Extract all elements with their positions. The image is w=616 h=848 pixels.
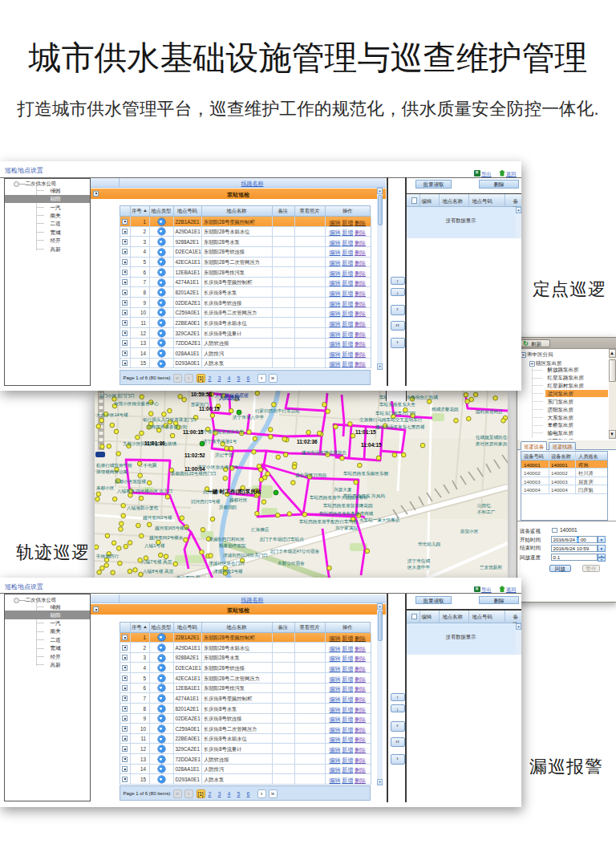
svg-text:车站东路泵东大全: 车站东路泵东大全 xyxy=(379,402,415,408)
svg-text:旧河西行5号楼: 旧河西行5号楼 xyxy=(191,499,221,505)
svg-text:珠理楼商务公寓: 珠理楼商务公寓 xyxy=(96,469,128,474)
svg-text:车站东门检车行门口: 车站东门检车行门口 xyxy=(375,411,415,416)
svg-text:济宁市任城: 济宁市任城 xyxy=(407,558,430,564)
svg-text:不和工厂: 不和工厂 xyxy=(477,509,496,514)
svg-text:前贸小区: 前贸小区 xyxy=(460,529,479,534)
svg-text:招商西宾客参观行街: 招商西宾客参观行街 xyxy=(146,424,188,430)
svg-text:济宁医学实验1号: 济宁医学实验1号 xyxy=(203,439,237,444)
svg-text:八铺村区29号楼小区 出入口: 八铺村区29号楼小区 出入口 xyxy=(117,489,172,494)
svg-text:黄社区居民委员会卫生室: 黄社区居民委员会卫生室 xyxy=(475,441,508,447)
svg-text:兴宁家属院: 兴宁家属院 xyxy=(335,525,358,531)
svg-text:建设电话泵西北货花仓: 建设电话泵西北货花仓 xyxy=(301,450,346,456)
svg-text:洪都消防: 洪都消防 xyxy=(219,505,237,510)
svg-text:11:02:36: 11:02:36 xyxy=(297,439,318,444)
svg-text:津浦社区医会门口: 津浦社区医会门口 xyxy=(209,561,245,566)
svg-text:盛会家居日用品: 盛会家居日用品 xyxy=(295,473,327,478)
svg-text:北门子市场北47公司宿舍: 北门子市场北47公司宿舍 xyxy=(270,549,320,554)
svg-text:济宁医学院泵测所专空: 济宁医学院泵测所专空 xyxy=(199,429,244,435)
svg-text:行家归西街中行车总站: 行家归西街中行车总站 xyxy=(255,408,300,414)
svg-text:洪记干警: 洪记干警 xyxy=(215,452,233,458)
svg-text:残城济黎花园: 残城济黎花园 xyxy=(432,407,459,412)
svg-text:八铺7号楼 高层: 八铺7号楼 高层 xyxy=(141,559,172,565)
svg-text:越河泵回5号楼水: 越河泵回5号楼水 xyxy=(155,525,189,531)
svg-text:机修行城技师学校: 机修行城技师学校 xyxy=(96,463,132,469)
svg-text:一键 时工作(图)泵房站: 一键 时工作(图)泵房站 xyxy=(207,489,261,495)
svg-text:津浦街西口村民区: 津浦街西口村民区 xyxy=(209,537,245,542)
svg-text:银行插头入口发市珠龙门口: 银行插头入口发市珠龙门口 xyxy=(142,417,197,423)
svg-text:车站西路泵座学配自行车驾校: 车站西路泵座学配自行车驾校 xyxy=(299,519,358,525)
svg-text:津浦街金2号楼: 津浦街金2号楼 xyxy=(213,569,243,574)
svg-text:山营红.: 山营红. xyxy=(477,503,492,509)
svg-text:国利百货商店: 国利百货商店 xyxy=(476,409,503,415)
svg-text:顺泰协作医院: 顺泰协作医院 xyxy=(219,543,246,549)
svg-text:八铺8号楼 高层: 八铺8号楼 高层 xyxy=(143,569,174,574)
svg-text:车站西路泵座中天花园区餐桥: 车站西路泵座中天花园区餐桥 xyxy=(310,495,368,501)
svg-text:越河泵回2号楼水: 越河泵回2号楼水 xyxy=(149,535,184,541)
svg-text:任城观景城街道横三里: 任城观景城街道横三里 xyxy=(476,435,508,440)
svg-text:车站西路泵座有条港湾商城: 车站西路泵座有条港湾商城 xyxy=(319,511,374,517)
svg-text:10:59:58: 10:59:58 xyxy=(191,392,212,397)
svg-text:火车站一豪大快餐店: 火车站一豪大快餐店 xyxy=(359,517,400,523)
svg-text:北门子市场过订车站点: 北门子市场过订车站点 xyxy=(259,537,304,542)
svg-text:津浦街西以河街亮门口: 津浦街西以河街亮门口 xyxy=(223,553,268,558)
svg-text:区大唐中学: 区大唐中学 xyxy=(407,565,430,570)
svg-text:兴源大厦: 兴源大厦 xyxy=(334,487,352,493)
svg-text:济宁市第八中学: 济宁市第八中学 xyxy=(233,415,265,420)
svg-text:二手电脑: 二手电脑 xyxy=(139,462,157,468)
svg-text:越都社区: 越都社区 xyxy=(229,497,248,503)
svg-text:新都曲往25号楼西门口: 新都曲往25号楼西门口 xyxy=(171,471,217,477)
svg-text:11:04:15: 11:04:15 xyxy=(361,442,382,448)
svg-text:11:02:52: 11:02:52 xyxy=(184,452,205,458)
svg-text:生物潮西行: 生物潮西行 xyxy=(95,554,119,559)
svg-text:三里营新村: 三里营新村 xyxy=(480,565,502,570)
svg-text:木材公司宿舍: 木材公司宿舍 xyxy=(278,561,305,566)
svg-text:前都小区医院楼: 前都小区医院楼 xyxy=(114,479,147,485)
svg-text:交旗横行马路车站交叉监动车行: 交旗横行马路车站交叉监动车行 xyxy=(359,417,423,423)
svg-text:东门小区北门门口: 东门小区北门门口 xyxy=(99,393,135,399)
svg-text:华光幼儿园: 华光幼儿园 xyxy=(418,542,440,547)
svg-text:车站西路泵座贸基隆花园: 车站西路泵座贸基隆花园 xyxy=(323,503,373,509)
svg-text:11:00:15: 11:00:15 xyxy=(183,429,204,435)
svg-text:建设电话泵座东七英西楼: 建设电话泵座东七英西楼 xyxy=(375,424,425,430)
svg-text:11:00:15: 11:00:15 xyxy=(199,406,220,412)
svg-text:百货小区物业服务中心: 百货小区物业服务中心 xyxy=(114,401,159,407)
svg-text:人民医保兜底楼: 人民医保兜底楼 xyxy=(214,392,249,399)
svg-text:八铺海郭小笼包: 八铺海郭小笼包 xyxy=(127,505,159,511)
svg-text:11:00:04: 11:00:04 xyxy=(184,466,205,472)
svg-text:11:01:36: 11:01:36 xyxy=(144,440,165,446)
svg-text:车站西路泵东南区东侧: 车站西路泵东南区东侧 xyxy=(343,471,388,477)
svg-text:大合小区14号楼: 大合小区14号楼 xyxy=(96,412,128,417)
svg-text:越河泵回2号楼: 越河泵回2号楼 xyxy=(143,515,172,521)
svg-text:汇海狮店: 汇海狮店 xyxy=(251,527,270,533)
svg-text:11:01:15: 11:01:15 xyxy=(355,429,376,435)
svg-text:八铺1号楼: 八铺1号楼 xyxy=(144,543,165,549)
svg-text:来都小区: 来都小区 xyxy=(96,485,115,491)
